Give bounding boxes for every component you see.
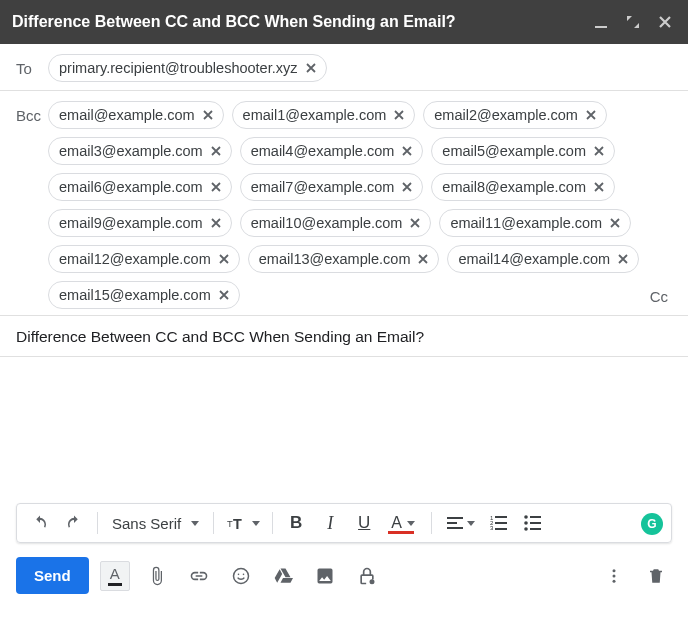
font-family-label: Sans Serif (112, 515, 181, 532)
recipient-chip[interactable]: email15@example.com (48, 281, 240, 309)
svg-text:3: 3 (490, 525, 494, 531)
svg-point-19 (237, 573, 239, 575)
recipient-chip-label: email1@example.com (243, 105, 387, 125)
subject-field[interactable]: Difference Between CC and BCC When Sendi… (0, 316, 688, 357)
recipient-chip-label: email10@example.com (251, 213, 403, 233)
bcc-field: Bcc email@example.comemail1@example.come… (0, 91, 688, 316)
drive-icon[interactable] (267, 560, 299, 592)
emoji-icon[interactable] (225, 560, 257, 592)
chip-remove-icon[interactable] (608, 216, 622, 230)
recipient-chip[interactable]: email3@example.com (48, 137, 232, 165)
font-family-dropdown[interactable]: Sans Serif (104, 507, 207, 539)
recipient-chip[interactable]: email2@example.com (423, 101, 607, 129)
svg-point-16 (524, 527, 528, 531)
chevron-down-icon (252, 521, 260, 526)
svg-rect-17 (530, 528, 541, 530)
image-icon[interactable] (309, 560, 341, 592)
italic-icon[interactable]: I (314, 507, 346, 539)
recipient-chip-label: email7@example.com (251, 177, 395, 197)
recipient-chip[interactable]: email13@example.com (248, 245, 440, 273)
more-options-icon[interactable] (598, 560, 630, 592)
svg-text:T: T (233, 516, 242, 532)
align-icon[interactable] (439, 507, 481, 539)
numbered-list-icon[interactable]: 123 (483, 507, 515, 539)
chip-remove-icon[interactable] (408, 216, 422, 230)
chevron-down-icon (407, 521, 415, 526)
recipient-chip-label: email14@example.com (458, 249, 610, 269)
chip-remove-icon[interactable] (392, 108, 406, 122)
undo-icon[interactable] (24, 507, 56, 539)
chip-remove-icon[interactable] (217, 252, 231, 266)
svg-rect-11 (495, 528, 507, 530)
attach-icon[interactable] (141, 560, 173, 592)
email-body[interactable] (0, 357, 688, 497)
recipient-chip-label: email6@example.com (59, 177, 203, 197)
recipient-chip[interactable]: email8@example.com (431, 173, 615, 201)
minimize-icon[interactable] (590, 11, 612, 33)
recipient-chip-label: email9@example.com (59, 213, 203, 233)
recipient-chip[interactable]: email14@example.com (447, 245, 639, 273)
link-icon[interactable] (183, 560, 215, 592)
recipient-chip[interactable]: email6@example.com (48, 173, 232, 201)
chevron-down-icon (467, 521, 475, 526)
chip-remove-icon[interactable] (304, 61, 318, 75)
confidential-icon[interactable] (351, 560, 383, 592)
recipient-chip[interactable]: email11@example.com (439, 209, 631, 237)
to-label: To (16, 54, 48, 77)
recipient-chip[interactable]: email1@example.com (232, 101, 416, 129)
recipient-chip-label: email3@example.com (59, 141, 203, 161)
divider (272, 512, 273, 534)
bcc-label: Bcc (16, 101, 48, 309)
svg-point-20 (242, 573, 244, 575)
svg-rect-0 (595, 26, 607, 28)
formatting-toolbar: Sans Serif T T B I U A 123 G (16, 503, 672, 543)
chip-remove-icon[interactable] (584, 108, 598, 122)
recipient-chip[interactable]: email@example.com (48, 101, 224, 129)
svg-point-12 (524, 515, 528, 519)
recipient-chip-label: email12@example.com (59, 249, 211, 269)
text-color-button[interactable]: A (99, 560, 131, 592)
fullscreen-icon[interactable] (622, 11, 644, 33)
grammarly-icon[interactable]: G (641, 513, 663, 535)
svg-point-14 (524, 521, 528, 525)
cc-toggle-link[interactable]: Cc (650, 288, 672, 309)
recipient-chip[interactable]: email10@example.com (240, 209, 432, 237)
underline-icon[interactable]: U (348, 507, 380, 539)
chip-remove-icon[interactable] (592, 144, 606, 158)
bcc-chips-container[interactable]: email@example.comemail1@example.comemail… (48, 101, 650, 309)
delete-icon[interactable] (640, 560, 672, 592)
chip-remove-icon[interactable] (400, 144, 414, 158)
svg-point-21 (613, 569, 616, 572)
close-icon[interactable] (654, 11, 676, 33)
chip-remove-icon[interactable] (217, 288, 231, 302)
send-toolbar: Send A (0, 543, 688, 602)
font-size-icon[interactable]: T T (221, 507, 265, 539)
redo-icon[interactable] (58, 507, 90, 539)
recipient-chip[interactable]: email7@example.com (240, 173, 424, 201)
recipient-chip[interactable]: primary.recipient@troubleshooter.xyz (48, 54, 327, 82)
recipient-chip[interactable]: email5@example.com (431, 137, 615, 165)
chip-remove-icon[interactable] (416, 252, 430, 266)
svg-rect-9 (495, 522, 507, 524)
chip-remove-icon[interactable] (209, 144, 223, 158)
recipient-chip[interactable]: email9@example.com (48, 209, 232, 237)
divider (97, 512, 98, 534)
chip-remove-icon[interactable] (209, 216, 223, 230)
recipient-chip-label: email8@example.com (442, 177, 586, 197)
chip-remove-icon[interactable] (616, 252, 630, 266)
bulleted-list-icon[interactable] (517, 507, 549, 539)
chip-remove-icon[interactable] (592, 180, 606, 194)
bold-icon[interactable]: B (280, 507, 312, 539)
svg-rect-4 (447, 522, 457, 524)
divider (213, 512, 214, 534)
recipient-chip[interactable]: email12@example.com (48, 245, 240, 273)
to-chips-container[interactable]: primary.recipient@troubleshooter.xyz (48, 54, 672, 82)
send-button[interactable]: Send (16, 557, 89, 594)
chip-remove-icon[interactable] (209, 180, 223, 194)
text-color-icon[interactable]: A (382, 507, 424, 539)
recipient-chip[interactable]: email4@example.com (240, 137, 424, 165)
compose-title: Difference Between CC and BCC When Sendi… (12, 13, 580, 31)
chip-remove-icon[interactable] (201, 108, 215, 122)
svg-point-18 (233, 568, 248, 583)
chip-remove-icon[interactable] (400, 180, 414, 194)
